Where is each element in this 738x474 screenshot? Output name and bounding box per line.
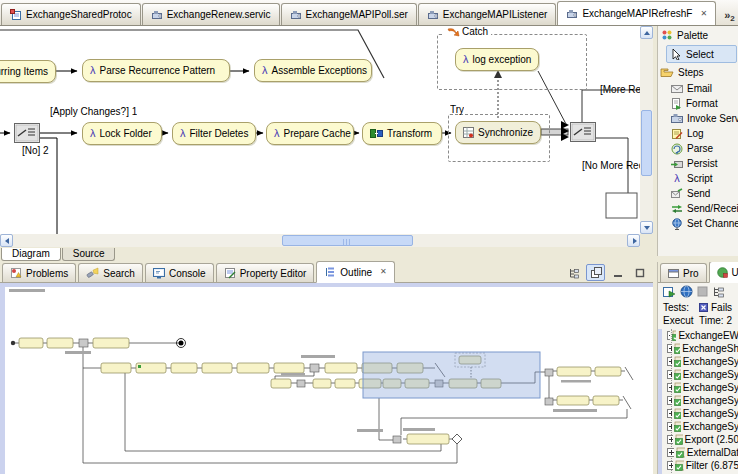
problems-icon <box>10 267 22 279</box>
tab-diagram[interactable]: Diagram <box>1 248 61 261</box>
hidden-tab-count: 2 <box>730 14 734 23</box>
expander-icon[interactable] <box>667 383 672 392</box>
canvas-horizontal-scrollbar[interactable] <box>0 234 640 247</box>
outline-thumbnail[interactable] <box>5 287 650 471</box>
canvas-vertical-scrollbar[interactable] <box>640 26 653 234</box>
property-editor-icon <box>224 267 236 279</box>
tab-exchange-renew-service[interactable]: ExchangeRenew.servic <box>142 3 280 25</box>
test-tree-item[interactable]: Export (2.50 <box>662 433 738 446</box>
run-test-button[interactable] <box>680 285 693 300</box>
expander-icon[interactable] <box>667 370 672 379</box>
test-tree-item[interactable]: ExchangeSy <box>662 420 738 433</box>
expander-icon[interactable] <box>667 448 674 457</box>
expander-icon[interactable] <box>667 396 672 405</box>
minimize-icon[interactable] <box>608 264 627 281</box>
test-hierarchy-button[interactable] <box>712 286 725 300</box>
test-tree-item[interactable]: ExchangeSy <box>662 381 738 394</box>
node-assemble-exceptions[interactable]: λ Assemble Exceptions <box>254 59 372 82</box>
test-tree-item[interactable]: ExchangeSh <box>662 342 738 355</box>
outline-viewport[interactable] <box>363 352 540 398</box>
test-tree-item[interactable]: Filter (6.875 <box>662 459 738 472</box>
scroll-down-button[interactable] <box>640 221 653 234</box>
outline-view[interactable] <box>0 283 653 474</box>
test-tree-item[interactable]: ExchangeSy <box>662 368 738 381</box>
vertical-scroll-thumb[interactable] <box>641 110 652 176</box>
node-log-exception[interactable]: λ log exception <box>455 48 539 71</box>
lambda-icon: λ <box>262 65 268 76</box>
close-icon[interactable] <box>380 268 387 276</box>
tab-pro[interactable]: Pro <box>660 263 707 282</box>
tab-property-editor[interactable]: Property Editor <box>216 263 315 282</box>
test-tree-item[interactable]: ExchangeEW <box>662 329 738 342</box>
node-parse-recurrence-pattern[interactable]: λ Parse Recurrence Pattern <box>82 59 230 82</box>
tab-exchange-mapi-poll[interactable]: ExchangeMAPIPoll.ser <box>281 3 417 25</box>
palette-item-set-channel[interactable]: Set Channel <box>658 216 738 231</box>
test-tree-item[interactable]: ExchangeSy <box>662 407 738 420</box>
tab-exchange-shared-protocol[interactable]: ExchangeSharedProtoc <box>1 3 141 25</box>
palette-header[interactable]: Palette <box>658 26 738 44</box>
expander-icon[interactable] <box>667 435 673 444</box>
test-passed-icon <box>672 330 676 341</box>
view-toolbar <box>564 264 649 281</box>
palette-item-send[interactable]: Send <box>658 186 738 201</box>
globe-icon <box>671 218 683 230</box>
test-passed-icon <box>674 382 681 393</box>
expander-icon[interactable] <box>667 422 672 431</box>
palette-item-format[interactable]: Format <box>658 96 738 111</box>
tab-exchange-mapi-listener[interactable]: ExchangeMAPIListener <box>418 3 557 25</box>
folder-open-icon <box>660 67 674 78</box>
palette-item-select[interactable]: Select <box>666 45 737 63</box>
lambda-icon: λ <box>671 173 683 184</box>
send-icon <box>671 188 683 199</box>
lambda-icon: λ <box>463 54 469 65</box>
tab-overflow-button[interactable]: » 2 <box>720 7 738 25</box>
expander-icon[interactable] <box>667 409 672 418</box>
branch-label-no-more-recurring: [No More Recu <box>582 160 640 171</box>
tab-problems[interactable]: Problems <box>2 263 76 282</box>
close-icon[interactable] <box>700 10 707 18</box>
expander-icon[interactable] <box>667 344 672 353</box>
node-label: Prepare Cache <box>284 128 351 139</box>
palette-item-script[interactable]: λ Script <box>658 171 738 186</box>
email-icon <box>671 84 683 94</box>
tab-uni[interactable]: Uni <box>709 262 738 283</box>
test-tree-item[interactable]: ExchangeSy <box>662 355 738 368</box>
node-label: Assemble Exceptions <box>272 65 368 76</box>
palette-item-invoke-service[interactable]: Invoke Service <box>658 111 738 126</box>
node-recurring-items[interactable]: curring Items <box>0 60 56 83</box>
palette-item-parse[interactable]: Parse <box>658 141 738 156</box>
horizontal-scroll-thumb[interactable] <box>282 235 413 246</box>
flow-diagram-canvas[interactable]: Catch Try [Apply Changes?] 1 [No] 2 [Mor… <box>0 26 641 234</box>
node-transform[interactable]: Transform <box>362 122 442 145</box>
node-lock-folder[interactable]: λ Lock Folder <box>82 122 162 145</box>
palette-group-steps[interactable]: Steps <box>658 64 738 81</box>
tree-view-button[interactable] <box>564 264 583 281</box>
scroll-left-button[interactable] <box>0 234 13 247</box>
expander-icon[interactable] <box>667 357 672 366</box>
tab-console[interactable]: Console <box>145 263 214 282</box>
tab-exchange-mapi-refresh[interactable]: ExchangeMAPIRefreshF <box>557 1 716 25</box>
scroll-right-button[interactable] <box>627 234 640 247</box>
node-prepare-cache[interactable]: λ Prepare Cache <box>266 122 354 145</box>
test-results-tree[interactable]: ExchangeEW ExchangeSh ExchangeSy Exchang… <box>658 329 738 474</box>
test-passed-icon <box>674 421 681 432</box>
palette-item-persist[interactable]: Persist <box>658 156 738 171</box>
palette-item-email[interactable]: Email <box>658 81 738 96</box>
palette-item-send-receive[interactable]: Send/Receive <box>658 201 738 216</box>
scroll-up-button[interactable] <box>640 26 653 39</box>
expander-icon[interactable] <box>667 461 673 470</box>
overview-mode-button[interactable] <box>586 264 605 281</box>
service-icon <box>566 8 578 20</box>
expander-icon[interactable] <box>667 331 670 340</box>
node-synchronize[interactable]: Synchronize <box>455 121 541 144</box>
tab-source[interactable]: Source <box>62 248 116 261</box>
relaunch-test-button[interactable] <box>662 285 676 300</box>
stop-test-button[interactable] <box>697 286 708 299</box>
node-filter-deletes[interactable]: λ Filter Deletes <box>172 122 256 145</box>
test-tree-item[interactable]: ExchangeSy <box>662 394 738 407</box>
palette-item-log[interactable]: Log <box>658 126 738 141</box>
tab-outline[interactable]: Outline <box>316 261 394 283</box>
tab-search[interactable]: Search <box>78 263 143 282</box>
test-tree-item[interactable]: ExternalDat <box>662 446 738 459</box>
maximize-icon[interactable] <box>630 264 649 281</box>
